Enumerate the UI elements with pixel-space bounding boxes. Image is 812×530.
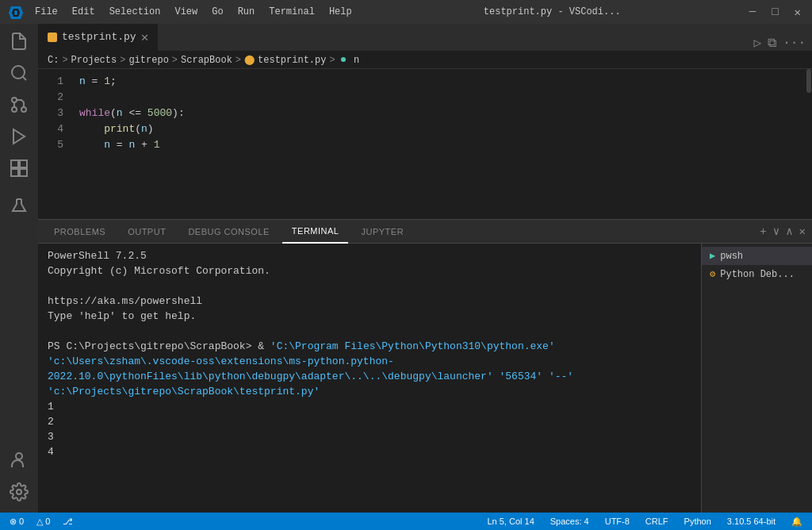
terminal-output-1: 1	[48, 399, 691, 414]
status-bar: ⊗ 0 △ 0 ⎇ Ln 5, Col 14 Spaces: 4 UTF-8 C…	[0, 513, 812, 530]
svg-marker-9	[13, 129, 25, 144]
editor-tab-testprint[interactable]: testprint.py ✕	[38, 24, 159, 51]
tab-terminal[interactable]: TERMINAL	[282, 220, 349, 244]
tab-bar: testprint.py ✕ ▷ ⧉ ···	[38, 24, 812, 52]
python-file-icon	[48, 33, 57, 42]
breadcrumb-projects[interactable]: Projects	[71, 55, 117, 66]
terminal-line-blank-2	[48, 324, 691, 339]
terminal-output-3: 3	[48, 429, 691, 444]
status-branch[interactable]: ⎇	[59, 517, 76, 527]
breadcrumb-scrapbook[interactable]: ScrapBook	[181, 55, 232, 66]
titlebar-left: File Edit Selection View Go Run Terminal…	[8, 5, 358, 19]
terminal-line-2: https://aka.ms/powershell	[48, 294, 691, 309]
tab-close-button[interactable]: ✕	[141, 29, 149, 45]
python-debug-icon: ⚙	[710, 268, 715, 280]
activity-settings[interactable]	[5, 478, 33, 506]
breadcrumb-gitrepo[interactable]: gitrepo	[128, 55, 168, 66]
menu-edit[interactable]: Edit	[66, 5, 102, 19]
status-right: Ln 5, Col 14 Spaces: 4 UTF-8 CRLF Python…	[484, 517, 806, 527]
breadcrumb-sep-1: >	[120, 55, 125, 66]
terminal-content: PowerShell 7.2.5 Copyright (c) Microsoft…	[38, 244, 812, 513]
svg-point-16	[341, 57, 346, 62]
svg-point-15	[17, 490, 21, 494]
breadcrumb-symbol[interactable]: n	[339, 55, 359, 66]
titlebar-controls: ─ □ ✕	[746, 4, 804, 21]
status-spaces[interactable]: Spaces: 4	[547, 517, 592, 526]
titlebar-maximize[interactable]: □	[768, 4, 781, 20]
split-editor-button[interactable]: ⧉	[768, 36, 776, 51]
terminal-item-pwsh[interactable]: ▶ pwsh	[702, 247, 812, 265]
python-debug-label: Python Deb...	[720, 269, 795, 280]
menu-help[interactable]: Help	[323, 5, 358, 19]
panel-close-button[interactable]: ✕	[799, 225, 806, 238]
panel-area: PROBLEMS OUTPUT DEBUG CONSOLE TERMINAL J…	[38, 219, 812, 513]
activity-extensions[interactable]	[5, 154, 33, 182]
more-actions-button[interactable]: ···	[783, 36, 806, 50]
pwsh-label: pwsh	[720, 251, 743, 262]
terminal-prompt: PS C:\Projects\gitrepo\ScrapBook>	[48, 340, 258, 352]
activity-source-control[interactable]	[5, 90, 33, 119]
terminal-item-python-debug[interactable]: ⚙ Python Deb...	[702, 265, 812, 283]
menu-file[interactable]: File	[29, 5, 64, 19]
status-encoding[interactable]: UTF-8	[602, 517, 633, 526]
status-left: ⊗ 0 △ 0 ⎇	[6, 517, 76, 527]
menu-terminal[interactable]: Terminal	[262, 5, 321, 19]
breadcrumb-c[interactable]: C:	[48, 55, 59, 66]
terminal-side-panel: ▶ pwsh ⚙ Python Deb...	[701, 244, 812, 513]
activity-account[interactable]	[5, 446, 33, 474]
scrollbar-thumb[interactable]	[806, 69, 811, 93]
svg-point-6	[12, 98, 17, 102]
menu-selection[interactable]: Selection	[103, 5, 167, 19]
tab-output[interactable]: OUTPUT	[118, 220, 175, 244]
terminal-line-0: PowerShell 7.2.5	[48, 248, 691, 263]
panel-add-button[interactable]: +	[760, 225, 766, 238]
code-content[interactable]: n = 1; while(n <= 5000): print(n) n = n …	[70, 69, 806, 219]
breadcrumb-sep-4: >	[329, 55, 335, 66]
code-editor[interactable]: 1 2 3 4 5 n = 1; while(n <= 5000): print…	[38, 69, 812, 219]
vscode-logo	[8, 5, 22, 19]
menu-run[interactable]: Run	[232, 5, 262, 19]
panel-tabs: PROBLEMS OUTPUT DEBUG CONSOLE TERMINAL J…	[38, 220, 812, 244]
top-editor: testprint.py ✕ ▷ ⧉ ··· C: > Projects > g…	[38, 24, 812, 219]
svg-point-5	[21, 107, 26, 112]
tab-debug-console[interactable]: DEBUG CONSOLE	[178, 220, 278, 244]
activity-run-debug[interactable]	[5, 122, 33, 151]
breadcrumb-sep-3: >	[236, 55, 241, 66]
titlebar-minimize[interactable]: ─	[746, 4, 759, 20]
breadcrumb: C: > Projects > gitrepo > ScrapBook > ⬤ …	[38, 52, 812, 69]
svg-rect-10	[11, 160, 18, 167]
breadcrumb-filename[interactable]: testprint.py	[258, 55, 326, 66]
terminal-output-4: 4	[48, 444, 691, 459]
status-python-version[interactable]: 3.10.5 64-bit	[724, 517, 779, 526]
activity-explorer[interactable]	[5, 27, 33, 56]
status-notifications[interactable]: 🔔	[788, 517, 806, 527]
titlebar-close[interactable]: ✕	[791, 4, 804, 21]
svg-point-7	[12, 107, 17, 112]
terminal-line-blank-1	[48, 278, 691, 294]
breadcrumb-sep-0: >	[62, 55, 67, 66]
status-ln-col[interactable]: Ln 5, Col 14	[484, 517, 537, 526]
status-warnings[interactable]: △ 0	[33, 517, 53, 527]
terminal-line-1: Copyright (c) Microsoft Corporation.	[48, 263, 691, 278]
svg-point-3	[12, 66, 25, 79]
panel-chevron-down-icon[interactable]: ∨	[773, 225, 779, 238]
menu-go[interactable]: Go	[205, 5, 229, 19]
panel-chevron-up-icon[interactable]: ∧	[786, 225, 792, 238]
editor-split: testprint.py ✕ ▷ ⧉ ··· C: > Projects > g…	[38, 24, 812, 513]
tab-jupyter[interactable]: JUPYTER	[351, 220, 413, 244]
terminal[interactable]: PowerShell 7.2.5 Copyright (c) Microsoft…	[38, 244, 701, 513]
activity-search[interactable]	[5, 59, 33, 87]
terminal-cmd-amp: &	[258, 340, 270, 352]
activity-flask[interactable]	[5, 192, 33, 221]
status-errors[interactable]: ⊗ 0	[6, 517, 27, 527]
status-line-ending[interactable]: CRLF	[642, 517, 672, 526]
activity-bar	[0, 24, 38, 513]
tab-actions: ▷ ⧉ ···	[748, 35, 812, 51]
main-layout: testprint.py ✕ ▷ ⧉ ··· C: > Projects > g…	[0, 24, 812, 513]
run-button[interactable]: ▷	[754, 35, 762, 51]
tab-problems[interactable]: PROBLEMS	[44, 220, 115, 244]
menu-view[interactable]: View	[168, 5, 204, 19]
terminal-output-2: 2	[48, 414, 691, 429]
status-language[interactable]: Python	[681, 517, 714, 526]
scrollbar-track[interactable]	[806, 69, 812, 219]
